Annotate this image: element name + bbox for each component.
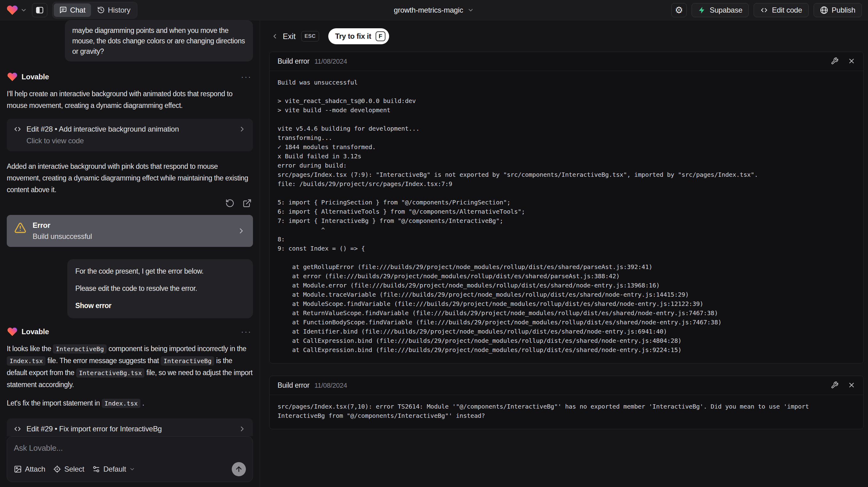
close-panel-button[interactable] bbox=[848, 57, 856, 66]
chat-panel: maybe diagramming points and when you mo… bbox=[0, 20, 260, 487]
external-link-icon bbox=[243, 199, 252, 208]
attach-label: Attach bbox=[25, 465, 45, 474]
chevron-right-icon bbox=[238, 125, 246, 133]
more-options-button[interactable]: ··· bbox=[240, 330, 253, 333]
build-log: Build was unsuccessful > vite_react_shad… bbox=[270, 71, 863, 363]
view-tabs: Chat History bbox=[52, 2, 137, 19]
sliders-icon bbox=[92, 465, 100, 473]
console-header: Build error 11/08/2024 bbox=[270, 376, 863, 395]
code-icon bbox=[13, 425, 22, 433]
tab-chat[interactable]: Chat bbox=[54, 3, 91, 17]
console-date: 11/08/2024 bbox=[314, 58, 347, 65]
supabase-button[interactable]: Supabase bbox=[691, 3, 749, 17]
text-segment: file. The error message suggests that bbox=[45, 357, 161, 365]
composer: Attach Select Default bbox=[7, 436, 253, 482]
console-date: 11/08/2024 bbox=[314, 382, 347, 390]
send-button[interactable] bbox=[232, 462, 246, 476]
edit-title: Edit #29 • Fix import error for Interact… bbox=[26, 425, 233, 433]
lovable-heart-icon bbox=[7, 326, 18, 337]
build-error-card[interactable]: Error Build unsuccessful bbox=[7, 215, 253, 247]
fix-with-ai-button[interactable] bbox=[831, 57, 838, 66]
assistant-paragraph: Let's fix the import statement in Index.… bbox=[7, 397, 253, 409]
code-chip: InteractiveBg.tsx bbox=[76, 368, 145, 377]
show-error-link[interactable]: Show error bbox=[75, 302, 111, 310]
history-icon bbox=[97, 6, 105, 14]
project-title: growth-metrics-magic bbox=[394, 6, 463, 14]
exit-button[interactable]: Exit bbox=[271, 32, 296, 41]
tab-chat-label: Chat bbox=[70, 6, 86, 14]
chevron-right-icon bbox=[238, 425, 246, 433]
code-icon bbox=[760, 6, 768, 14]
app-root: Chat History growth-metrics-magic ⚙ Supa… bbox=[0, 0, 868, 487]
mode-dropdown[interactable]: Default bbox=[92, 465, 135, 474]
console-title: Build error bbox=[278, 381, 310, 390]
close-icon bbox=[848, 381, 856, 389]
target-icon bbox=[53, 465, 61, 473]
project-switcher[interactable]: growth-metrics-magic bbox=[394, 6, 474, 14]
edit-title: Edit #28 • Add interactive background an… bbox=[26, 125, 233, 133]
assistant-name: Lovable bbox=[22, 328, 49, 336]
text-segment: It looks like the bbox=[7, 345, 53, 353]
console-title: Build error bbox=[278, 57, 310, 65]
user-message-text: For the code present, I get the error be… bbox=[75, 266, 245, 276]
chevron-down-icon bbox=[129, 466, 135, 472]
fix-label: Try to fix it bbox=[335, 32, 371, 40]
console-header: Build error 11/08/2024 bbox=[270, 52, 863, 71]
chat-input[interactable] bbox=[14, 443, 246, 453]
text-segment: . bbox=[141, 399, 144, 407]
message-list: maybe diagramming points and when you mo… bbox=[7, 20, 253, 436]
arrow-up-icon bbox=[235, 465, 243, 473]
error-overlay: Exit ESC Try to fix it F Build error 11/… bbox=[260, 20, 868, 487]
edit-code-label: Edit code bbox=[772, 6, 802, 14]
code-chip: Index.tsx bbox=[102, 399, 141, 408]
build-log: src/pages/Index.tsx(7,10): error TS2614:… bbox=[270, 395, 863, 429]
assistant-paragraph: I'll help create an interactive backgrou… bbox=[7, 88, 253, 111]
code-icon bbox=[13, 125, 22, 133]
gear-icon: ⚙ bbox=[675, 5, 683, 15]
code-chip: Index.tsx bbox=[7, 356, 45, 366]
lovable-heart-icon bbox=[7, 71, 18, 82]
text-segment: component is being imported incorrectly … bbox=[107, 345, 246, 353]
toggle-panel-button[interactable] bbox=[32, 3, 47, 17]
edit-subtitle: Click to view code bbox=[26, 136, 246, 145]
globe-icon bbox=[820, 6, 828, 14]
error-card-title: Error bbox=[33, 221, 231, 230]
select-button[interactable]: Select bbox=[53, 465, 84, 474]
supabase-label: Supabase bbox=[710, 6, 743, 14]
wrench-icon bbox=[831, 381, 838, 389]
message-actions bbox=[7, 199, 252, 209]
tab-history[interactable]: History bbox=[92, 3, 136, 17]
user-message: For the code present, I get the error be… bbox=[67, 259, 253, 318]
user-message-text: Please edit the code to resolve the erro… bbox=[75, 283, 245, 294]
edit-card-28[interactable]: Edit #28 • Add interactive background an… bbox=[7, 119, 253, 151]
open-preview-button[interactable] bbox=[243, 199, 252, 209]
publish-button[interactable]: Publish bbox=[814, 3, 862, 17]
restore-icon bbox=[225, 199, 235, 208]
publish-label: Publish bbox=[832, 6, 856, 14]
try-to-fix-button[interactable]: Try to fix it F bbox=[328, 28, 389, 44]
code-chip: InteractiveBg bbox=[161, 356, 215, 366]
tab-history-label: History bbox=[108, 6, 130, 14]
warning-triangle-icon bbox=[14, 222, 26, 234]
attach-button[interactable]: Attach bbox=[14, 465, 45, 474]
fix-with-ai-button[interactable] bbox=[831, 381, 838, 390]
more-options-button[interactable]: ··· bbox=[240, 75, 253, 79]
text-segment: Let's fix the import statement in bbox=[7, 399, 102, 407]
panel-left-icon bbox=[35, 6, 44, 14]
esc-key-badge: ESC bbox=[301, 31, 319, 41]
edit-card-29[interactable]: Edit #29 • Fix import error for Interact… bbox=[7, 419, 253, 436]
build-error-panel-1: Build error 11/08/2024 Build was unsucce… bbox=[269, 52, 864, 363]
restore-button[interactable] bbox=[225, 199, 235, 209]
lovable-logo-menu[interactable] bbox=[6, 4, 27, 16]
assistant-header: Lovable ··· bbox=[7, 71, 253, 82]
settings-button[interactable]: ⚙ bbox=[671, 3, 687, 17]
assistant-name: Lovable bbox=[22, 72, 49, 81]
close-panel-button[interactable] bbox=[848, 381, 856, 390]
close-icon bbox=[848, 57, 856, 65]
edit-code-button[interactable]: Edit code bbox=[754, 3, 808, 17]
chevron-down-icon bbox=[20, 7, 27, 13]
user-message: maybe diagramming points and when you mo… bbox=[65, 20, 253, 61]
image-icon bbox=[14, 465, 22, 473]
wrench-icon bbox=[831, 57, 838, 65]
chevron-down-icon bbox=[467, 7, 474, 13]
